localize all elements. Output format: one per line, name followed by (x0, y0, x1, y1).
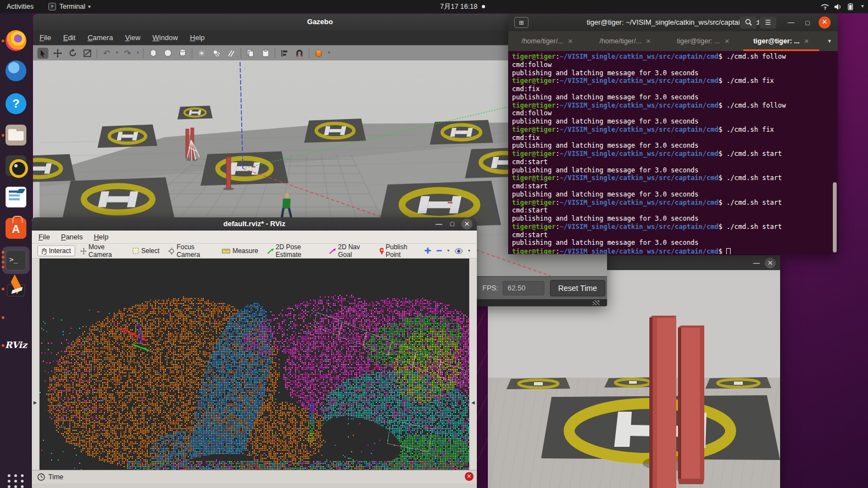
minimize-icon[interactable]: — (787, 19, 795, 26)
tool-interact[interactable]: Interact (37, 245, 75, 256)
maximize-icon[interactable]: ▢ (448, 217, 456, 231)
rviz-3d-viewport[interactable] (40, 259, 469, 470)
terminal-line: tiger@tiger:~/VISIM_single/catkin_ws/src… (512, 53, 838, 61)
scale-icon[interactable] (82, 48, 93, 59)
menu-edit[interactable]: Edit (63, 33, 75, 42)
dock-firefox[interactable] (0, 30, 32, 51)
tab-close-icon[interactable]: ✕ (568, 38, 573, 45)
terminal-line: cmd:fix (512, 85, 838, 93)
rviz-title: default.rviz* - RViz (224, 220, 286, 228)
tool-publish-point[interactable]: Publish Point (376, 242, 422, 260)
terminal-titlebar[interactable]: tiger@tiger: ~/VISIM_single/catkin_ws/sr… (508, 14, 838, 31)
system-status-area[interactable]: ? ▼ (821, 0, 865, 13)
terminal-scrollbar-thumb[interactable] (833, 182, 837, 253)
show-applications-button[interactable] (0, 474, 32, 488)
close-icon[interactable]: ✕ (461, 218, 472, 229)
tab-close-icon[interactable]: ✕ (646, 38, 651, 45)
change-view-icon[interactable] (313, 48, 324, 59)
dock-libreoffice-writer[interactable] (0, 187, 32, 207)
tool-properties-icon[interactable] (455, 248, 463, 254)
terminal-app-icon: > (48, 3, 56, 10)
terminal-window[interactable]: tiger@tiger: ~/VISIM_single/catkin_ws/sr… (508, 14, 838, 254)
rviz-logo: RViz (5, 340, 27, 350)
close-icon[interactable]: ✕ (765, 257, 776, 268)
new-tab-icon[interactable]: ⊞ (514, 17, 528, 28)
tab-4-active[interactable]: tiger@tiger: ...✕ (742, 31, 820, 51)
point-light-icon[interactable]: ☀ (196, 48, 207, 59)
undo-icon[interactable]: ↶ (101, 48, 112, 59)
translate-icon[interactable] (52, 48, 63, 59)
tab-close-icon[interactable]: ✕ (804, 38, 809, 45)
menu-help[interactable]: Help (190, 33, 205, 42)
tab-list-caret-icon[interactable]: ▼ (821, 31, 838, 51)
tool-focus-camera[interactable]: Focus Camera (165, 242, 217, 260)
tab-1[interactable]: /home/tiger/...✕ (508, 31, 586, 51)
menu-file[interactable]: File (40, 33, 51, 42)
tab-3[interactable]: tiger@tiger: ...✕ (664, 31, 742, 51)
dock-rviz[interactable]: RViz (0, 340, 32, 350)
close-icon[interactable]: ✕ (819, 16, 831, 29)
dock-rhythmbox[interactable] (0, 155, 32, 176)
point-cloud-canvas (40, 259, 469, 470)
menu-view[interactable]: View (125, 33, 141, 42)
dock-thunderbird[interactable] (0, 60, 32, 81)
menu-window[interactable]: Window (153, 33, 178, 42)
rotate-icon[interactable] (67, 48, 78, 59)
reset-time-button[interactable]: Reset Time (550, 280, 605, 296)
box-icon[interactable] (147, 48, 158, 59)
remove-tool-icon[interactable]: ━ (437, 246, 442, 256)
fps-value-field[interactable]: 62.50 (503, 281, 544, 295)
paste-icon[interactable] (260, 48, 271, 59)
menu-help[interactable]: Help (94, 233, 109, 241)
app-menu-button[interactable]: Terminal ▼ (56, 0, 95, 13)
tool-move-camera[interactable]: Move Camera (77, 242, 127, 260)
terminal-output[interactable]: tiger@tiger:~/VISIM_single/catkin_ws/src… (508, 51, 838, 254)
map-pin-icon (379, 248, 383, 255)
dock-help[interactable]: ? (0, 93, 32, 114)
select-arrow-icon[interactable] (37, 48, 48, 59)
menu-camera[interactable]: Camera (87, 33, 113, 42)
terminal-line: cmd:start (512, 231, 838, 239)
menu-file[interactable]: File (38, 233, 50, 241)
minimize-icon[interactable]: — (753, 255, 760, 270)
dock-terminal-active[interactable]: >_ (0, 246, 32, 274)
hamburger-menu-icon[interactable]: ☰ (760, 16, 776, 29)
redo-icon[interactable]: ↷ (122, 48, 133, 59)
terminal-line: cmd:start (512, 206, 838, 215)
close-time-panel-icon[interactable]: ✕ (465, 472, 474, 481)
left-panel-collapsed[interactable]: ▶ (32, 259, 40, 484)
focus-crosshair-icon (168, 248, 174, 255)
battery-icon (847, 3, 855, 10)
right-panel-collapsed[interactable]: ◀ (469, 259, 477, 484)
minimize-icon[interactable]: — (435, 217, 443, 231)
tool-measure[interactable]: Measure (219, 246, 262, 256)
cylinder-icon[interactable] (177, 48, 188, 59)
maximize-icon[interactable]: ▢ (804, 20, 811, 26)
tool-2d-nav-goal[interactable]: 2D Nav Goal (326, 242, 374, 260)
tab-2[interactable]: /home/tiger/...✕ (586, 31, 664, 51)
resize-grip-icon[interactable] (593, 300, 599, 305)
rviz-window[interactable]: default.rviz* - RViz — ▢ ✕ File Panels H… (32, 217, 477, 488)
terminal-line: publishing and latching message for 3.0 … (512, 69, 838, 77)
directional-light-icon[interactable] (226, 48, 237, 59)
sphere-icon[interactable] (162, 48, 173, 59)
terminal-line: tiger@tiger:~/VISIM_single/catkin_ws/src… (512, 199, 838, 207)
copy-icon[interactable] (245, 48, 256, 59)
search-icon[interactable] (740, 16, 756, 29)
tool-select[interactable]: Select (130, 246, 163, 256)
dock-ubuntu-software[interactable]: A (0, 218, 32, 239)
snap-magnet-icon[interactable] (294, 48, 305, 59)
clock-button[interactable]: 7月17 16:18 (437, 0, 488, 13)
menu-panels[interactable]: Panels (61, 233, 83, 241)
terminal-line: tiger@tiger:~/VISIM_single/catkin_ws/src… (512, 174, 838, 182)
tab-close-icon[interactable]: ✕ (725, 38, 730, 45)
add-tool-icon[interactable]: ✚ (424, 246, 431, 256)
rviz-titlebar[interactable]: default.rviz* - RViz — ▢ ✕ (32, 217, 477, 231)
dock-gazebo[interactable] (0, 278, 32, 298)
terminal-line: publishing and latching message for 3.0 … (512, 239, 838, 247)
activities-button[interactable]: Activities (3, 0, 37, 13)
tool-2d-pose-estimate[interactable]: 2D Pose Estimate (264, 242, 325, 260)
dock-files[interactable] (0, 125, 32, 145)
align-icon[interactable] (279, 48, 290, 59)
spot-light-icon[interactable] (211, 48, 222, 59)
